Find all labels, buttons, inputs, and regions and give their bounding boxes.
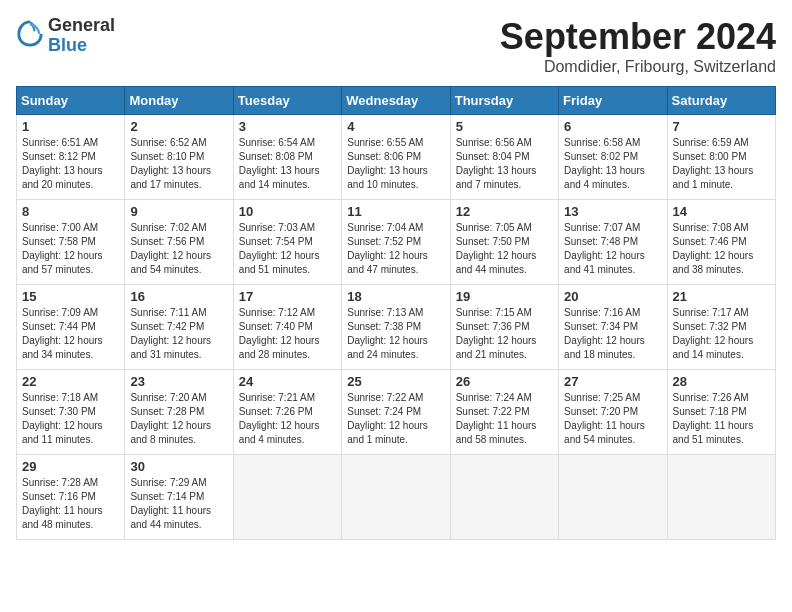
day-info: Sunrise: 7:08 AMSunset: 7:46 PMDaylight:… [673, 222, 754, 275]
table-row: 12 Sunrise: 7:05 AMSunset: 7:50 PMDaylig… [450, 200, 558, 285]
table-row [450, 455, 558, 540]
calendar-row: 15 Sunrise: 7:09 AMSunset: 7:44 PMDaylig… [17, 285, 776, 370]
day-number: 12 [456, 204, 553, 219]
table-row: 22 Sunrise: 7:18 AMSunset: 7:30 PMDaylig… [17, 370, 125, 455]
table-row: 8 Sunrise: 7:00 AMSunset: 7:58 PMDayligh… [17, 200, 125, 285]
day-number: 27 [564, 374, 661, 389]
table-row [667, 455, 775, 540]
day-number: 2 [130, 119, 227, 134]
day-number: 8 [22, 204, 119, 219]
table-row: 29 Sunrise: 7:28 AMSunset: 7:16 PMDaylig… [17, 455, 125, 540]
table-row: 23 Sunrise: 7:20 AMSunset: 7:28 PMDaylig… [125, 370, 233, 455]
day-info: Sunrise: 7:18 AMSunset: 7:30 PMDaylight:… [22, 392, 103, 445]
day-info: Sunrise: 7:09 AMSunset: 7:44 PMDaylight:… [22, 307, 103, 360]
table-row: 11 Sunrise: 7:04 AMSunset: 7:52 PMDaylig… [342, 200, 450, 285]
day-info: Sunrise: 6:54 AMSunset: 8:08 PMDaylight:… [239, 137, 320, 190]
logo: General Blue [16, 16, 115, 56]
table-row: 24 Sunrise: 7:21 AMSunset: 7:26 PMDaylig… [233, 370, 341, 455]
day-info: Sunrise: 7:26 AMSunset: 7:18 PMDaylight:… [673, 392, 754, 445]
table-row: 1 Sunrise: 6:51 AMSunset: 8:12 PMDayligh… [17, 115, 125, 200]
table-row: 21 Sunrise: 7:17 AMSunset: 7:32 PMDaylig… [667, 285, 775, 370]
day-number: 23 [130, 374, 227, 389]
table-row: 30 Sunrise: 7:29 AMSunset: 7:14 PMDaylig… [125, 455, 233, 540]
day-info: Sunrise: 6:52 AMSunset: 8:10 PMDaylight:… [130, 137, 211, 190]
header-monday: Monday [125, 87, 233, 115]
day-number: 29 [22, 459, 119, 474]
day-number: 30 [130, 459, 227, 474]
day-number: 1 [22, 119, 119, 134]
table-row: 2 Sunrise: 6:52 AMSunset: 8:10 PMDayligh… [125, 115, 233, 200]
day-info: Sunrise: 6:58 AMSunset: 8:02 PMDaylight:… [564, 137, 645, 190]
table-row: 4 Sunrise: 6:55 AMSunset: 8:06 PMDayligh… [342, 115, 450, 200]
logo-general: General [48, 15, 115, 35]
day-info: Sunrise: 7:07 AMSunset: 7:48 PMDaylight:… [564, 222, 645, 275]
day-number: 14 [673, 204, 770, 219]
table-row: 10 Sunrise: 7:03 AMSunset: 7:54 PMDaylig… [233, 200, 341, 285]
day-info: Sunrise: 7:15 AMSunset: 7:36 PMDaylight:… [456, 307, 537, 360]
table-row [559, 455, 667, 540]
header-wednesday: Wednesday [342, 87, 450, 115]
day-info: Sunrise: 7:28 AMSunset: 7:16 PMDaylight:… [22, 477, 103, 530]
day-number: 20 [564, 289, 661, 304]
day-number: 7 [673, 119, 770, 134]
title-area: September 2024 Domdidier, Fribourg, Swit… [500, 16, 776, 76]
table-row: 28 Sunrise: 7:26 AMSunset: 7:18 PMDaylig… [667, 370, 775, 455]
day-info: Sunrise: 7:12 AMSunset: 7:40 PMDaylight:… [239, 307, 320, 360]
day-info: Sunrise: 7:03 AMSunset: 7:54 PMDaylight:… [239, 222, 320, 275]
day-info: Sunrise: 7:24 AMSunset: 7:22 PMDaylight:… [456, 392, 537, 445]
day-info: Sunrise: 6:59 AMSunset: 8:00 PMDaylight:… [673, 137, 754, 190]
header: General Blue September 2024 Domdidier, F… [16, 16, 776, 76]
day-number: 25 [347, 374, 444, 389]
table-row: 6 Sunrise: 6:58 AMSunset: 8:02 PMDayligh… [559, 115, 667, 200]
day-number: 17 [239, 289, 336, 304]
day-info: Sunrise: 7:16 AMSunset: 7:34 PMDaylight:… [564, 307, 645, 360]
logo-icon [16, 20, 44, 52]
calendar-row: 1 Sunrise: 6:51 AMSunset: 8:12 PMDayligh… [17, 115, 776, 200]
table-row: 16 Sunrise: 7:11 AMSunset: 7:42 PMDaylig… [125, 285, 233, 370]
header-friday: Friday [559, 87, 667, 115]
calendar-row: 29 Sunrise: 7:28 AMSunset: 7:16 PMDaylig… [17, 455, 776, 540]
day-number: 19 [456, 289, 553, 304]
day-number: 15 [22, 289, 119, 304]
day-info: Sunrise: 7:29 AMSunset: 7:14 PMDaylight:… [130, 477, 211, 530]
day-number: 26 [456, 374, 553, 389]
day-number: 5 [456, 119, 553, 134]
calendar-row: 8 Sunrise: 7:00 AMSunset: 7:58 PMDayligh… [17, 200, 776, 285]
day-number: 10 [239, 204, 336, 219]
table-row: 7 Sunrise: 6:59 AMSunset: 8:00 PMDayligh… [667, 115, 775, 200]
weekday-header-row: Sunday Monday Tuesday Wednesday Thursday… [17, 87, 776, 115]
day-number: 16 [130, 289, 227, 304]
day-number: 28 [673, 374, 770, 389]
day-info: Sunrise: 6:51 AMSunset: 8:12 PMDaylight:… [22, 137, 103, 190]
day-info: Sunrise: 7:22 AMSunset: 7:24 PMDaylight:… [347, 392, 428, 445]
day-number: 22 [22, 374, 119, 389]
table-row: 13 Sunrise: 7:07 AMSunset: 7:48 PMDaylig… [559, 200, 667, 285]
header-tuesday: Tuesday [233, 87, 341, 115]
day-info: Sunrise: 7:13 AMSunset: 7:38 PMDaylight:… [347, 307, 428, 360]
day-number: 11 [347, 204, 444, 219]
table-row: 25 Sunrise: 7:22 AMSunset: 7:24 PMDaylig… [342, 370, 450, 455]
table-row: 5 Sunrise: 6:56 AMSunset: 8:04 PMDayligh… [450, 115, 558, 200]
table-row [233, 455, 341, 540]
header-saturday: Saturday [667, 87, 775, 115]
table-row: 9 Sunrise: 7:02 AMSunset: 7:56 PMDayligh… [125, 200, 233, 285]
table-row: 20 Sunrise: 7:16 AMSunset: 7:34 PMDaylig… [559, 285, 667, 370]
calendar-row: 22 Sunrise: 7:18 AMSunset: 7:30 PMDaylig… [17, 370, 776, 455]
day-number: 18 [347, 289, 444, 304]
table-row: 19 Sunrise: 7:15 AMSunset: 7:36 PMDaylig… [450, 285, 558, 370]
header-thursday: Thursday [450, 87, 558, 115]
day-info: Sunrise: 7:05 AMSunset: 7:50 PMDaylight:… [456, 222, 537, 275]
day-info: Sunrise: 7:17 AMSunset: 7:32 PMDaylight:… [673, 307, 754, 360]
table-row: 3 Sunrise: 6:54 AMSunset: 8:08 PMDayligh… [233, 115, 341, 200]
day-number: 3 [239, 119, 336, 134]
day-number: 9 [130, 204, 227, 219]
day-info: Sunrise: 7:02 AMSunset: 7:56 PMDaylight:… [130, 222, 211, 275]
table-row: 27 Sunrise: 7:25 AMSunset: 7:20 PMDaylig… [559, 370, 667, 455]
table-row: 26 Sunrise: 7:24 AMSunset: 7:22 PMDaylig… [450, 370, 558, 455]
day-number: 13 [564, 204, 661, 219]
logo-text: General Blue [48, 16, 115, 56]
day-info: Sunrise: 7:20 AMSunset: 7:28 PMDaylight:… [130, 392, 211, 445]
day-info: Sunrise: 6:56 AMSunset: 8:04 PMDaylight:… [456, 137, 537, 190]
day-number: 4 [347, 119, 444, 134]
day-info: Sunrise: 7:11 AMSunset: 7:42 PMDaylight:… [130, 307, 211, 360]
